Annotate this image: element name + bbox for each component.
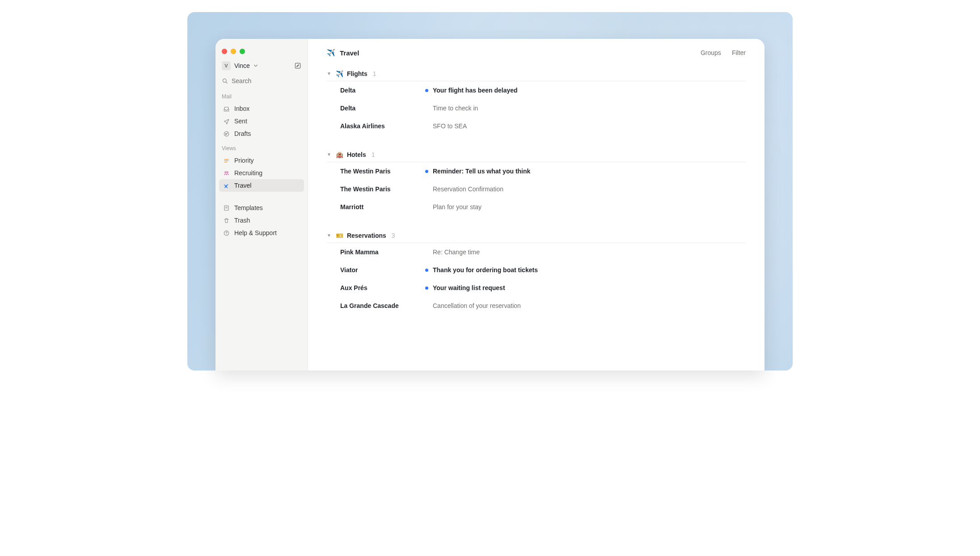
chevron-down-icon [253,63,258,68]
message-row[interactable]: DeltaYour flight has been delayed [327,81,746,99]
sidebar-item-label: Inbox [234,105,249,112]
sidebar-item-label: Sent [234,118,247,125]
sidebar-item-help[interactable]: Help & Support [219,227,304,239]
message-subject: Reservation Confirmation [433,185,503,193]
sidebar-item-label: Drafts [234,130,251,137]
message-sender: The Westin Paris [340,168,425,175]
message-group: ▼✈️Flights1DeltaYour flight has been del… [327,70,746,135]
message-group: ▼🏨Hotels1The Westin ParisReminder: Tell … [327,151,746,216]
priority-icon [223,157,230,164]
group-title: 🏨Hotels [336,151,366,158]
group-header[interactable]: ▼✈️Flights1 [327,70,746,81]
window-close-button[interactable] [222,49,227,54]
message-row[interactable]: The Westin ParisReminder: Tell us what y… [327,162,746,180]
dot-spacer [425,188,428,191]
group-count: 3 [392,232,395,239]
dot-spacer [425,107,428,110]
message-subject-wrap: SFO to SEA [425,122,746,130]
message-subject-wrap: Your waiting list request [425,284,746,291]
window-zoom-button[interactable] [240,49,245,54]
plane-icon: ✈️ [327,49,335,57]
disclosure-triangle-icon[interactable]: ▼ [327,233,331,238]
message-subject-wrap: Reminder: Tell us what you think [425,168,746,175]
group-title: 🎫Reservations [336,232,386,239]
svg-point-1 [223,79,226,82]
message-row[interactable]: Alaska AirlinesSFO to SEA [327,117,746,135]
unread-dot-icon [425,170,428,173]
message-row[interactable]: The Westin ParisReservation Confirmation [327,180,746,198]
message-row[interactable]: MarriottPlan for your stay [327,198,746,216]
message-subject: Thank you for ordering boat tickets [433,266,538,274]
message-row[interactable]: La Grande CascadeCancellation of your re… [327,297,746,315]
message-subject-wrap: Time to check in [425,105,746,112]
group-header[interactable]: ▼🏨Hotels1 [327,151,746,162]
message-subject-wrap: Re: Change time [425,249,746,256]
message-subject: Cancellation of your reservation [433,302,521,309]
svg-point-4 [227,171,228,173]
search-input[interactable]: Search [215,75,308,89]
group-icon: ✈️ [336,70,343,77]
templates-icon [223,205,230,211]
travel-icon [223,182,230,189]
groups-button[interactable]: Groups [701,49,721,56]
message-subject: Your waiting list request [433,284,505,291]
sidebar-item-sent[interactable]: Sent [219,115,304,127]
message-subject-wrap: Cancellation of your reservation [425,302,746,309]
unread-dot-icon [425,269,428,272]
message-sender: Marriott [340,203,425,211]
sidebar-item-inbox[interactable]: Inbox [219,102,304,115]
avatar: V [222,61,231,70]
account-name: Vince [234,62,250,69]
recruiting-icon [223,170,230,177]
dot-spacer [425,251,428,254]
disclosure-triangle-icon[interactable]: ▼ [327,152,331,157]
message-subject: Re: Change time [433,249,480,256]
message-sender: The Westin Paris [340,185,425,193]
filter-button[interactable]: Filter [732,49,746,56]
compose-button[interactable] [294,62,301,69]
sidebar-item-label: Recruiting [234,169,262,177]
sidebar-item-templates[interactable]: Templates [219,202,304,214]
message-sender: Viator [340,266,425,274]
message-sender: Delta [340,87,425,94]
message-subject-wrap: Plan for your stay [425,203,746,211]
sidebar-item-travel[interactable]: Travel [219,179,304,192]
svg-point-3 [224,171,226,173]
sidebar-item-priority[interactable]: Priority [219,154,304,167]
message-subject: Plan for your stay [433,203,482,211]
dot-spacer [425,206,428,209]
sidebar-item-label: Priority [234,157,254,164]
message-subject: SFO to SEA [433,122,467,130]
sidebar-item-label: Help & Support [234,229,277,236]
trash-icon [223,217,230,224]
message-row[interactable]: Aux PrésYour waiting list request [327,279,746,297]
sidebar-item-drafts[interactable]: Drafts [219,127,304,140]
window-minimize-button[interactable] [231,49,236,54]
message-sender: Pink Mamma [340,249,425,256]
sidebar-item-recruiting[interactable]: Recruiting [219,167,304,179]
view-title-text: Travel [340,49,359,57]
unread-dot-icon [425,286,428,290]
group-icon: 🎫 [336,232,343,239]
unread-dot-icon [425,89,428,92]
message-subject: Your flight has been delayed [433,87,518,94]
view-title: ✈️ Travel [327,49,359,57]
app-window: V Vince Search [215,39,765,371]
disclosure-triangle-icon[interactable]: ▼ [327,71,331,76]
message-sender: Alaska Airlines [340,122,425,130]
sidebar-item-trash[interactable]: Trash [219,214,304,227]
account-switcher[interactable]: V Vince [222,61,258,70]
message-row[interactable]: DeltaTime to check in [327,99,746,117]
message-subject-wrap: Reservation Confirmation [425,185,746,193]
help-icon [223,230,230,236]
message-groups: ▼✈️Flights1DeltaYour flight has been del… [308,57,765,331]
group-count: 1 [372,151,375,158]
message-row[interactable]: ViatorThank you for ordering boat ticket… [327,261,746,279]
dot-spacer [425,125,428,128]
sent-icon [223,118,230,125]
search-icon [222,78,228,84]
message-subject-wrap: Your flight has been delayed [425,87,746,94]
search-placeholder: Search [232,77,251,84]
message-row[interactable]: Pink MammaRe: Change time [327,243,746,261]
group-header[interactable]: ▼🎫Reservations3 [327,232,746,243]
